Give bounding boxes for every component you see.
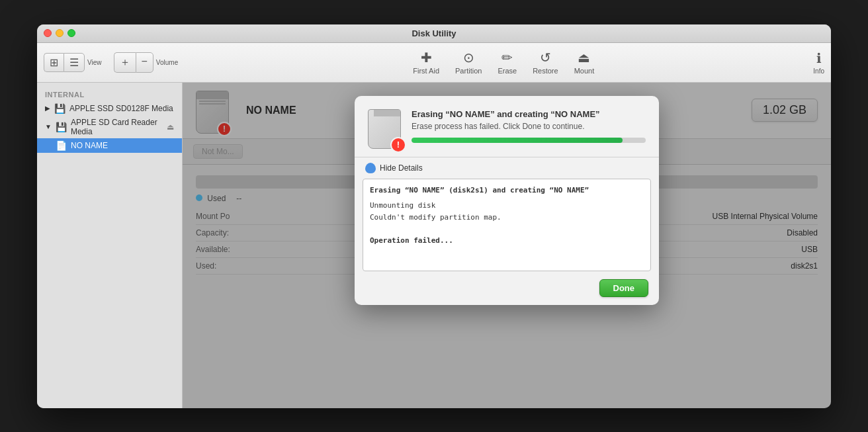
erase-label: Erase: [498, 67, 517, 75]
log-line-1: Unmounting disk: [370, 200, 644, 212]
sidebar-item-apple-sd-reader[interactable]: ▼ 💾 APPLE SD Card Reader Media ⏏: [37, 116, 182, 138]
details-log: Erasing “NO NAME” (disk2s1) and creating…: [363, 179, 651, 271]
list-icon: ☰: [69, 56, 79, 69]
sidebar-item-apple-ssd-label: APPLE SSD SD0128F Media: [69, 104, 173, 113]
erase-button[interactable]: ✏ Erase: [498, 50, 517, 75]
details-toggle-label: Hide Details: [380, 163, 423, 173]
first-aid-button[interactable]: ✚ First Aid: [413, 50, 439, 75]
grid-icon: ⊞: [50, 56, 58, 69]
partition-button[interactable]: ⊙ Partition: [455, 50, 482, 75]
remove-volume-button[interactable]: −: [136, 52, 153, 73]
modal-icon-area: !: [368, 109, 401, 149]
shield-icon: [365, 163, 376, 173]
info-button[interactable]: ℹ Info: [813, 50, 824, 75]
disk-icon: 💾: [54, 103, 65, 114]
view-mode-right-button[interactable]: ☰: [64, 53, 85, 72]
partition-icon: ⊙: [463, 50, 474, 65]
modal-error-badge: !: [390, 137, 406, 153]
window-title: Disk Utility: [412, 28, 456, 38]
first-aid-label: First Aid: [413, 67, 439, 75]
progress-bar-fill: [412, 138, 623, 143]
log-title: Erasing “NO NAME” (disk2s1) and creating…: [370, 185, 644, 196]
restore-label: Restore: [533, 67, 558, 75]
volume-icon: 📄: [56, 140, 67, 151]
view-btn-group: ⊞ ☰: [44, 53, 85, 72]
mount-label: Mount: [574, 67, 595, 75]
view-mode-left-button[interactable]: ⊞: [44, 53, 64, 72]
modal-text: Erasing “NO NAME” and creating “NO NAME”…: [412, 109, 646, 143]
info-label: Info: [813, 67, 824, 75]
view-label: View: [87, 59, 102, 66]
modal-subtitle: Erase process has failed. Click Done to …: [412, 122, 646, 131]
sidebar-item-apple-ssd[interactable]: ▶ 💾 APPLE SSD SD0128F Media: [37, 101, 182, 116]
content-area: ! NO NAME 1.02 GB Not Mo...: [183, 83, 831, 408]
volume-label: Volume: [156, 59, 178, 66]
sidebar: Internal ▶ 💾 APPLE SSD SD0128F Media ▼ 💾…: [37, 83, 183, 408]
minus-icon: −: [142, 56, 148, 67]
sidebar-section-internal: Internal: [37, 88, 182, 101]
progress-bar: [412, 138, 646, 143]
first-aid-icon: ✚: [421, 50, 432, 65]
log-line-failed: Operation failed...: [370, 235, 644, 247]
titlebar: Disk Utility: [37, 24, 831, 43]
mount-icon: ⏏: [578, 50, 590, 65]
restore-icon: ↺: [540, 50, 551, 65]
main-window: Disk Utility ⊞ ☰ View ＋ −: [37, 24, 831, 408]
chevron-down-icon: ▼: [45, 123, 52, 130]
erase-progress-modal: ! Erasing “NO NAME” and creating “NO NAM…: [355, 96, 659, 305]
done-button[interactable]: Done: [599, 279, 649, 297]
erase-icon: ✏: [501, 50, 513, 65]
log-line-2: Couldn't modify partition map.: [370, 212, 644, 224]
eject-icon: ⏏: [167, 122, 174, 132]
traffic-lights: [44, 29, 75, 37]
volume-btn-group: ＋ −: [114, 52, 153, 73]
chevron-right-icon: ▶: [45, 105, 50, 112]
mount-button[interactable]: ⏏ Mount: [574, 50, 595, 75]
modal-header: ! Erasing “NO NAME” and creating “NO NAM…: [355, 96, 659, 157]
close-button[interactable]: [44, 29, 52, 37]
modal-footer: Done: [355, 271, 659, 305]
minimize-button[interactable]: [56, 29, 64, 37]
main-content: Internal ▶ 💾 APPLE SSD SD0128F Media ▼ 💾…: [37, 83, 831, 408]
sidebar-item-apple-sd-label: APPLE SD Card Reader Media: [71, 118, 163, 136]
info-icon: ℹ: [816, 50, 822, 66]
add-volume-button[interactable]: ＋: [114, 52, 136, 73]
restore-button[interactable]: ↺ Restore: [533, 50, 558, 75]
partition-label: Partition: [455, 67, 482, 75]
log-line-empty: [370, 223, 644, 235]
toolbar: ⊞ ☰ View ＋ − Volume ✚ First Ai: [37, 43, 831, 83]
sd-reader-icon: 💾: [56, 122, 67, 132]
sidebar-item-no-name[interactable]: 📄 NO NAME: [37, 138, 182, 153]
modal-title: Erasing “NO NAME” and creating “NO NAME”: [412, 109, 646, 119]
plus-icon: ＋: [120, 56, 130, 69]
modal-overlay: ! Erasing “NO NAME” and creating “NO NAM…: [183, 83, 831, 408]
modal-details: Hide Details Erasing “NO NAME” (disk2s1)…: [355, 157, 659, 271]
details-toggle-button[interactable]: Hide Details: [355, 157, 659, 179]
maximize-button[interactable]: [67, 29, 75, 37]
sidebar-item-no-name-label: NO NAME: [71, 141, 108, 150]
